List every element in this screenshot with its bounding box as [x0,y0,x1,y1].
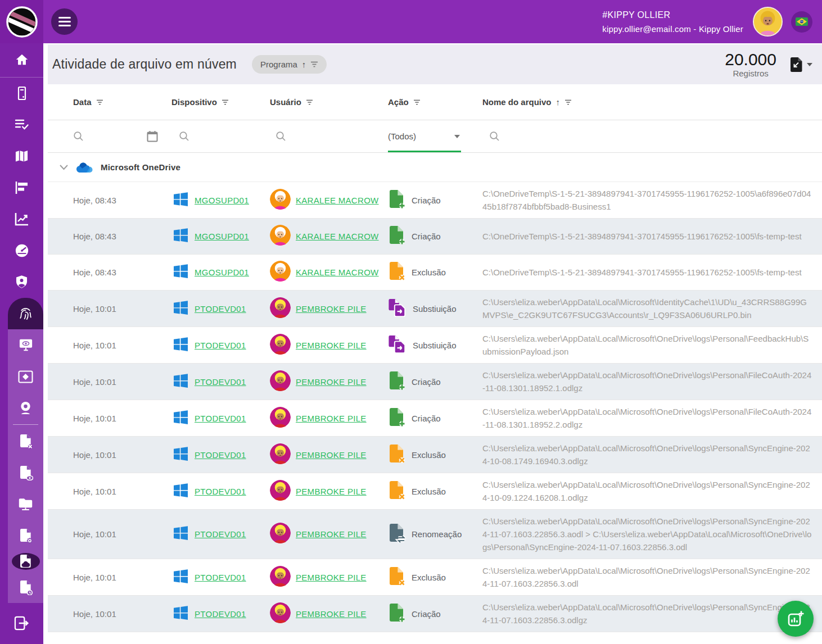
line-chart-icon [15,212,29,226]
table-row[interactable]: Hoje, 10:01 PTODEVD01 PEMBROKE PILE Excl… [48,473,822,510]
sidebar-item-line-chart[interactable] [0,203,43,235]
sidebar-item-file-settings[interactable] [8,520,43,551]
device-link[interactable]: PTODEVD01 [195,450,246,460]
user-link[interactable]: PEMBROKE PILE [296,450,367,460]
table-row[interactable]: Hoje, 10:01 PTODEVD01 PEMBROKE PILE Subs… [48,327,822,364]
table-row[interactable]: Hoje, 08:43 MGOSUPD01 KARALEE MACROW Cri… [48,219,822,255]
app-window: #KIPPY OLLIER kippy.ollier@email.com - K… [0,0,822,644]
chevron-down-icon[interactable] [59,164,69,170]
column-header-usuario[interactable]: Usuário [270,97,388,107]
sidebar-item-cloud-files-active[interactable] [12,553,40,570]
program-sort-chip[interactable]: Programa ↑ [252,55,327,74]
user-link[interactable]: KARALEE MACROW [296,267,379,277]
table-row[interactable]: Hoje, 08:43 MGOSUPD01 KARALEE MACROW Exc… [48,255,822,291]
column-header-data[interactable]: Data [48,97,171,107]
gauge-icon [15,243,29,258]
action-filter-select[interactable]: (Todos) [388,131,460,141]
menu-button[interactable] [51,8,78,35]
action-icon [388,189,406,211]
user-avatar-small [270,261,291,284]
app-logo[interactable] [0,0,43,43]
table-row[interactable]: Hoje, 10:01 PTODEVD01 PEMBROKE PILE Cria… [48,596,822,632]
table-row[interactable]: Hoje, 10:01 PTODEVD01 PEMBROKE PILE Subs… [48,291,822,327]
user-link[interactable]: PEMBROKE PILE [296,573,367,582]
sidebar-item-screenshots[interactable] [8,361,43,392]
action-icon [388,371,406,393]
row-action: Criação [388,371,482,393]
user-link[interactable]: KARALEE MACROW [296,232,379,241]
action-icon [388,480,406,502]
table-row[interactable]: Hoje, 10:01 PTODEVD01 PEMBROKE PILE Excl… [48,559,822,596]
row-user: KARALEE MACROW [270,189,388,212]
table-body: Hoje, 08:43 MGOSUPD01 KARALEE MACROW Cri… [48,182,822,644]
calendar-icon[interactable] [147,130,158,142]
device-link[interactable]: MGOSUPD01 [195,196,249,205]
user-avatar[interactable] [753,7,783,37]
column-header-acao[interactable]: Ação [388,97,482,107]
export-button[interactable] [790,57,812,72]
filter-icon[interactable] [306,99,313,105]
filter-icon[interactable] [96,99,103,105]
device-link[interactable]: PTODEVD01 [195,377,246,387]
sidebar-item-home[interactable] [0,43,43,78]
user-avatar-small [270,225,291,248]
device-link[interactable]: MGOSUPD01 [195,267,249,277]
sidebar-item-devices[interactable] [0,78,43,109]
row-action: Criação [388,407,482,429]
row-user: PEMBROKE PILE [270,480,388,503]
table-row[interactable]: Hoje, 10:01 PTODEVD01 PEMBROKE PILE Cria… [48,364,822,400]
sidebar-item-dashboard[interactable] [0,235,43,266]
device-link[interactable]: PTODEVD01 [195,414,246,423]
device-link[interactable]: PTODEVD01 [195,573,246,582]
table-row[interactable]: Hoje, 10:01 PTODEVD01 PEMBROKE PILE Excl… [48,437,822,473]
sidebar-item-file-watch[interactable] [8,457,43,488]
user-avatar-small [270,370,291,393]
row-date: Hoje, 08:43 [48,232,171,241]
user-link[interactable]: PEMBROKE PILE [296,304,367,314]
sidebar-item-network-folder[interactable] [8,488,43,520]
action-label: Renomeação [412,529,462,539]
table-row[interactable]: Hoje, 10:01 PTODEVD01 PEMBROKE PILE Reno… [48,510,822,559]
device-link[interactable]: PTODEVD01 [195,487,246,496]
search-icon[interactable] [73,131,84,142]
row-file-path: C:\Users\eliza.weber\AppData\Local\Micro… [482,596,822,632]
search-icon[interactable] [489,131,500,142]
user-link[interactable]: PEMBROKE PILE [296,377,367,387]
filter-icon[interactable] [222,99,229,105]
device-link[interactable]: PTODEVD01 [195,304,246,314]
user-link[interactable]: KARALEE MACROW [296,196,379,205]
sidebar-item-file-more[interactable] [8,572,43,603]
user-link[interactable]: PEMBROKE PILE [296,487,367,496]
monitor-eye-icon [19,338,33,352]
device-link[interactable]: MGOSUPD01 [195,232,249,241]
search-icon[interactable] [275,131,286,142]
sidebar-item-map[interactable] [0,140,43,172]
column-header-dispositivo[interactable]: Dispositivo [171,97,270,107]
row-file-path: C:\Users\eliza.weber\AppData\Local\Micro… [482,327,822,363]
filter-icon[interactable] [564,99,572,105]
search-icon[interactable] [179,131,189,142]
device-link[interactable]: PTODEVD01 [195,609,246,619]
user-link[interactable]: PEMBROKE PILE [296,414,367,423]
sidebar-item-fingerprint[interactable] [8,298,43,329]
row-file-path: C:\OneDriveTemp\S-1-5-21-3894897941-3701… [482,182,822,218]
add-report-fab[interactable] [778,601,814,637]
device-link[interactable]: PTODEVD01 [195,341,246,350]
sidebar-item-webcam[interactable] [8,392,43,424]
sidebar-item-logout[interactable] [0,607,43,639]
device-link[interactable]: PTODEVD01 [195,529,246,539]
user-link[interactable]: PEMBROKE PILE [296,529,367,539]
sidebar-item-bar-chart[interactable] [0,172,43,203]
table-row[interactable]: Hoje, 10:01 PTODEVD01 PEMBROKE PILE Cria… [48,400,822,437]
group-row-onedrive[interactable]: Microsoft OneDrive [48,153,822,182]
sidebar-item-tasks[interactable] [0,109,43,140]
user-link[interactable]: PEMBROKE PILE [296,341,367,350]
table-row[interactable]: Hoje, 08:43 MGOSUPD01 KARALEE MACROW Cri… [48,182,822,219]
language-flag-button[interactable] [791,11,812,33]
sidebar-item-screen-monitor[interactable] [8,329,43,361]
sidebar-item-shield[interactable] [0,266,43,298]
column-header-nome-do-arquivo[interactable]: Nome do arquivo ↑ [482,97,822,107]
filter-icon[interactable] [413,99,421,105]
sidebar-item-file-delete[interactable] [8,425,43,457]
user-link[interactable]: PEMBROKE PILE [296,609,367,619]
